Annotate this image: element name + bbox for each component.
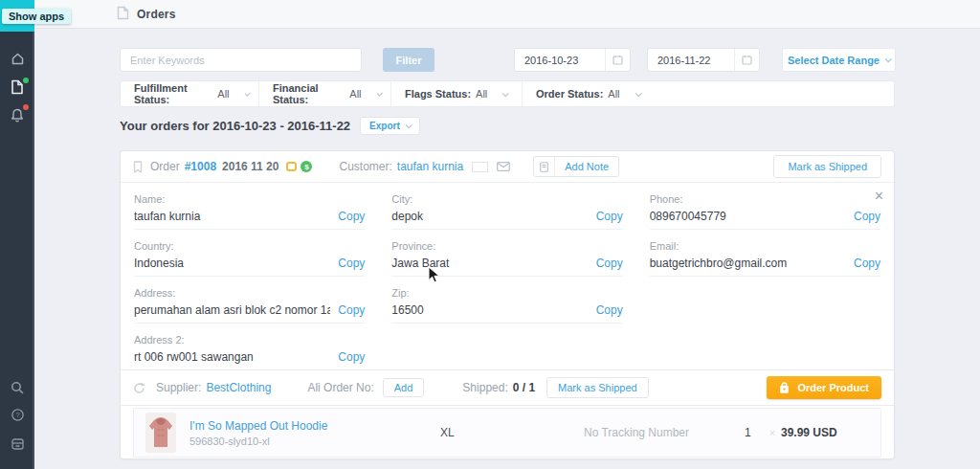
order-card: Order #1008 2016 11 20 $ Customer: taufa… (120, 150, 895, 459)
sidebar-item-archive[interactable] (0, 433, 34, 456)
orders-page: Orders ? Show apps Filter 2016-10-23 (0, 0, 980, 469)
detail-field-province: Province: Jawa BaratCopy (391, 240, 622, 277)
search-input[interactable] (120, 48, 362, 72)
sidebar-item-notifications[interactable] (0, 103, 34, 126)
copy-link[interactable]: Copy (596, 303, 623, 317)
shipped-label: Shipped: (462, 381, 507, 394)
paid-icon: $ (301, 161, 312, 172)
product-title-link[interactable]: I'm So Mapped Out Hoodie (189, 419, 440, 433)
fulfillment-status-filter[interactable]: Fulfillment Status: All (121, 81, 259, 106)
order-product-button[interactable]: Order Product (767, 376, 881, 399)
sidebar: ? (0, 0, 34, 469)
order-date: 2016 11 20 (222, 160, 278, 173)
bell-icon (10, 107, 25, 123)
close-icon[interactable]: × (875, 189, 883, 204)
home-icon (10, 51, 26, 67)
order-status-filter[interactable]: Order Status: All (523, 81, 671, 106)
export-button[interactable]: Export (360, 117, 420, 135)
product-thumbnail[interactable] (145, 413, 176, 453)
detail-field-email: Email: buatgetrichbro@gmail.comCopy (650, 240, 880, 277)
chevron-down-icon (405, 122, 412, 128)
chevron-down-icon (376, 90, 383, 97)
orders-heading: Your orders for 2016-10-23 - 2016-11-22 (120, 119, 350, 133)
select-date-range-dropdown[interactable]: Select Date Range (782, 48, 896, 72)
filter-button[interactable]: Filter (383, 48, 434, 72)
supplier-row: Supplier: BestClothing Ali Order No: Add… (121, 369, 894, 405)
order-number-link[interactable]: #1008 (185, 160, 216, 173)
copy-link[interactable]: Copy (338, 257, 365, 270)
product-variant: XL (440, 426, 584, 439)
orders-page-icon (117, 6, 129, 23)
customer-details: × Name: taufan kurniaCopy Country: Indon… (121, 183, 894, 369)
calendar-icon[interactable] (605, 49, 630, 71)
add-note-button[interactable]: Add Note (533, 156, 619, 177)
copy-link[interactable]: Copy (338, 210, 365, 223)
detail-field-phone: Phone: 089670045779Copy (650, 193, 880, 230)
shipped-count: 0 / 1 (513, 381, 535, 394)
svg-text:?: ? (15, 411, 19, 419)
copy-link[interactable]: Copy (338, 350, 365, 364)
note-icon (534, 157, 555, 176)
date-to-input[interactable]: 2016-11-22 (647, 48, 760, 72)
mark-as-shipped-button[interactable]: Mark as Shipped (773, 155, 881, 178)
calendar-icon[interactable] (734, 49, 759, 71)
help-icon: ? (11, 408, 25, 422)
sidebar-item-search[interactable] (0, 376, 34, 399)
order-label: Order (150, 160, 180, 173)
date-from-value: 2016-10-23 (515, 55, 605, 66)
add-order-no-button[interactable]: Add (383, 378, 425, 397)
copy-link[interactable]: Copy (338, 303, 365, 317)
supplier-name-link[interactable]: BestClothing (206, 381, 271, 394)
multiply-sign: × (764, 427, 781, 438)
detail-field-name: Name: taufan kurniaCopy (134, 193, 365, 230)
customer-label: Customer: (339, 160, 391, 173)
customer-name-link[interactable]: taufan kurnia (397, 160, 463, 173)
flags-status-filter[interactable]: Flags Status: All (391, 81, 523, 106)
notifications-badge (23, 104, 29, 110)
orders-heading-row: Your orders for 2016-10-23 - 2016-11-22 … (120, 117, 420, 135)
sync-icon[interactable] (133, 382, 145, 394)
chevron-down-icon (244, 90, 251, 97)
order-card-header: Order #1008 2016 11 20 $ Customer: taufa… (121, 151, 894, 183)
page-title: Orders (137, 8, 176, 21)
detail-field-zip: Zip: 16500Copy (391, 287, 622, 324)
show-apps-button[interactable]: Show apps (2, 9, 71, 24)
copy-link[interactable]: Copy (596, 257, 623, 270)
detail-field-address2: Address 2: rt 006 rw001 sawanganCopy (134, 334, 365, 370)
bag-icon (779, 382, 790, 394)
indonesia-flag-icon (472, 162, 488, 172)
financial-status-filter[interactable]: Financial Status: All (259, 81, 391, 106)
detail-field-city: City: depokCopy (391, 193, 622, 230)
tracking-status: No Tracking Number (584, 426, 745, 439)
copy-link[interactable]: Copy (596, 210, 623, 223)
email-icon[interactable] (497, 162, 510, 171)
mouse-cursor (428, 266, 440, 283)
orders-badge (23, 78, 29, 83)
supplier-label: Supplier: (156, 381, 201, 394)
sidebar-item-orders[interactable] (0, 76, 34, 99)
copy-link[interactable]: Copy (854, 257, 880, 270)
product-sku: 596830-slyd10-xl (189, 436, 440, 447)
pending-icon (286, 162, 297, 171)
copy-link[interactable]: Copy (854, 210, 880, 223)
product-quantity: 1 (745, 426, 764, 439)
mark-as-shipped-button[interactable]: Mark as Shipped (546, 377, 649, 398)
archive-icon (11, 437, 25, 451)
product-section: I'm So Mapped Out Hoodie 596830-slyd10-x… (121, 405, 894, 460)
product-row: I'm So Mapped Out Hoodie 596830-slyd10-x… (133, 408, 881, 458)
top-bar: Orders (34, 0, 980, 29)
product-price: 39.99 USD (781, 426, 837, 439)
add-note-label: Add Note (555, 157, 618, 176)
date-from-input[interactable]: 2016-10-23 (514, 48, 631, 72)
search-icon (10, 380, 25, 395)
detail-field-country: Country: IndonesiaCopy (134, 240, 365, 277)
sidebar-item-help[interactable]: ? (0, 403, 34, 426)
chevron-down-icon (502, 90, 509, 97)
sidebar-item-home[interactable] (0, 47, 34, 70)
status-filter-bar: Fulfillment Status: All Financial Status… (120, 80, 895, 107)
chevron-down-icon (635, 90, 641, 97)
detail-field-address: Address: perumahan alam asri blok c2 nom… (134, 287, 365, 324)
chevron-down-icon (885, 56, 892, 62)
bookmark-icon[interactable] (133, 161, 143, 173)
date-to-value: 2016-11-22 (648, 55, 734, 66)
